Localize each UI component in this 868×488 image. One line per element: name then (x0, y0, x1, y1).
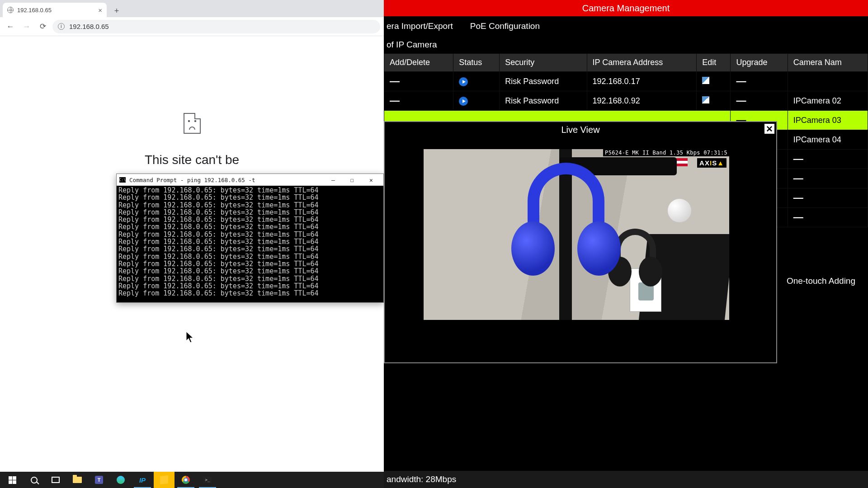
col-camera-name[interactable]: Camera Nam (788, 54, 868, 72)
teams-button[interactable]: T (89, 472, 109, 488)
table-header-row: Add/Delete Status Security IP Camera Add… (384, 54, 868, 72)
taskbar: T IP >_ (0, 472, 384, 488)
dash-icon: — (736, 75, 746, 87)
cmd-output-line: Reply from 192.168.0.65: bytes=32 time=1… (118, 202, 382, 209)
ip-icon: IP (139, 476, 146, 484)
chrome-icon (182, 476, 190, 484)
tab-poe-config[interactable]: PoE Configuration (470, 21, 540, 31)
sad-page-icon (184, 113, 201, 134)
edge-button[interactable] (110, 472, 131, 488)
dash-icon: — (793, 192, 803, 203)
table-row[interactable]: —Risk Password192.168.0.17— (384, 72, 868, 91)
teams-icon: T (95, 476, 103, 484)
cmd-title-text: Command Prompt - ping 192.168.0.65 -t (129, 177, 255, 183)
dash-icon: — (793, 173, 803, 184)
error-heading: This site can't be (145, 153, 239, 167)
dash-icon: — (390, 95, 400, 106)
dash-icon: — (793, 153, 803, 164)
dash-icon: — (793, 211, 803, 223)
ip-tool-button[interactable]: IP (132, 472, 153, 488)
axis-logo: AXIS▲ (697, 158, 726, 168)
address-bar: ← → ⟳ i 192.168.0.65 (0, 17, 384, 36)
file-explorer-button[interactable] (67, 472, 88, 488)
feed-overlay-text: P5624-E MK II Band 1.35 Kbps 07:31:5 (603, 149, 729, 156)
cell-address: 192.168.0.17 (587, 72, 697, 91)
col-status[interactable]: Status (453, 54, 500, 72)
col-security[interactable]: Security (500, 54, 587, 72)
cmd-cursor: _ (118, 297, 382, 302)
svg-marker-0 (186, 332, 193, 343)
forward-button[interactable]: → (20, 20, 33, 33)
nvr-tabs: era Import/Export PoE Configuration (384, 16, 868, 36)
maximize-button[interactable]: ☐ (343, 174, 362, 186)
one-touch-adding-button[interactable]: One-touch Adding (774, 270, 868, 292)
url-input[interactable]: i 192.168.0.65 (52, 20, 380, 33)
tab-title: 192.168.0.65 (17, 7, 52, 14)
play-icon[interactable] (459, 97, 468, 106)
tab-import-export[interactable]: era Import/Export (387, 21, 453, 31)
cell-security: Risk Password (500, 91, 587, 111)
cmd-output-line: Reply from 192.168.0.65: bytes=32 time=1… (118, 253, 382, 260)
close-button[interactable]: ✕ (362, 174, 381, 186)
tab-close-icon[interactable]: × (98, 6, 102, 14)
cmd-output-line: Reply from 192.168.0.65: bytes=32 time=1… (118, 209, 382, 216)
sticky-notes-button[interactable] (154, 472, 175, 488)
cmd-output-line: Reply from 192.168.0.65: bytes=32 time=1… (118, 290, 382, 297)
cmd-output-line: Reply from 192.168.0.65: bytes=32 time=1… (118, 245, 382, 253)
live-view-popup: Live View ✕ P5624-E MK II Band 1.35 Kbps… (384, 121, 777, 363)
col-add-delete[interactable]: Add/Delete (384, 54, 453, 72)
terminal-icon: >_ (203, 477, 212, 483)
cmd-icon: C:\ (119, 177, 126, 183)
cmd-output-line: Reply from 192.168.0.65: bytes=32 time=1… (118, 194, 382, 201)
dash-icon: — (390, 75, 400, 87)
taskbar-search[interactable] (24, 472, 44, 488)
feed-mic-shape (668, 199, 691, 222)
live-view-feed[interactable]: P5624-E MK II Band 1.35 Kbps 07:31:5 AXI… (424, 149, 729, 320)
cmd-output[interactable]: Reply from 192.168.0.65: bytes=32 time=1… (117, 186, 383, 302)
new-tab-button[interactable]: + (110, 5, 123, 17)
minimize-button[interactable]: — (324, 174, 343, 186)
reload-button[interactable]: ⟳ (36, 20, 50, 33)
chrome-button[interactable] (175, 472, 196, 488)
live-view-title: Live View ✕ (385, 122, 776, 137)
command-prompt-window[interactable]: C:\ Command Prompt - ping 192.168.0.65 -… (116, 174, 384, 303)
bandwidth-status: andwidth: 28Mbps (384, 471, 868, 488)
globe-icon (7, 7, 14, 13)
nvr-subhead: of IP Camera (384, 36, 868, 53)
cell-name: IPCamera 03 (788, 111, 868, 130)
site-info-icon[interactable]: i (58, 23, 65, 30)
search-icon (31, 477, 38, 483)
col-address[interactable]: IP Camera Address (587, 54, 697, 72)
edit-icon[interactable] (702, 96, 709, 103)
play-icon[interactable] (459, 77, 468, 86)
cmd-titlebar[interactable]: C:\ Command Prompt - ping 192.168.0.65 -… (117, 174, 383, 186)
dash-icon: — (736, 95, 746, 106)
nvr-title: Camera Management (384, 0, 868, 16)
cmd-output-line: Reply from 192.168.0.65: bytes=32 time=1… (118, 267, 382, 275)
cell-name: IPCamera 02 (788, 91, 868, 111)
cmd-output-line: Reply from 192.168.0.65: bytes=32 time=1… (118, 260, 382, 267)
cell-name (788, 72, 868, 91)
start-button[interactable] (2, 472, 23, 488)
back-button[interactable]: ← (4, 20, 17, 33)
url-text: 192.168.0.65 (69, 23, 109, 30)
tab-strip: 192.168.0.65 × + (0, 0, 384, 17)
col-upgrade[interactable]: Upgrade (731, 54, 788, 72)
table-row[interactable]: —Risk Password192.168.0.92—IPCamera 02 (384, 91, 868, 111)
edit-icon[interactable] (702, 77, 709, 84)
cell-security: Risk Password (500, 72, 587, 91)
folder-icon (73, 477, 82, 483)
col-edit[interactable]: Edit (697, 54, 731, 72)
cmd-output-line: Reply from 192.168.0.65: bytes=32 time=1… (118, 231, 382, 238)
task-view-button[interactable] (45, 472, 66, 488)
note-icon (160, 475, 168, 484)
cmd-output-line: Reply from 192.168.0.65: bytes=32 time=1… (118, 216, 382, 223)
cmd-output-line: Reply from 192.168.0.65: bytes=32 time=1… (118, 223, 382, 230)
task-view-icon (52, 477, 60, 483)
flag-icon (676, 158, 688, 166)
cmd-taskbar-button[interactable]: >_ (197, 472, 218, 488)
feed-headphone-shape (514, 163, 618, 276)
cell-name: IPCamera 04 (788, 130, 868, 150)
browser-tab[interactable]: 192.168.0.65 × (3, 3, 107, 17)
live-view-close-button[interactable]: ✕ (764, 123, 775, 135)
